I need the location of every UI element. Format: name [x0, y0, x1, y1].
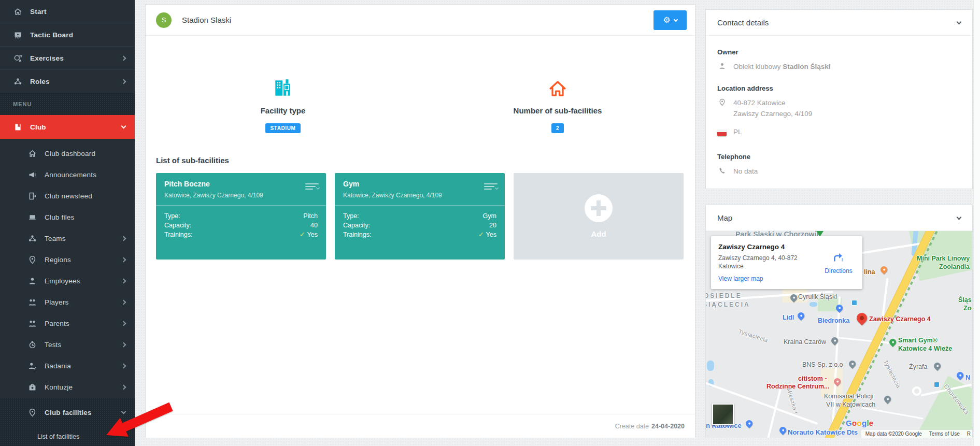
- sidebar-item-players[interactable]: Players: [0, 292, 135, 313]
- sidebar-item-badania[interactable]: Badania: [0, 355, 135, 377]
- trainings-label: Trainings:: [343, 231, 371, 239]
- report-link-partial[interactable]: R: [967, 431, 971, 437]
- person-icon: [27, 276, 37, 286]
- telephone-row: No data: [717, 166, 961, 177]
- sidebar-item-tactic-board[interactable]: Tactic Board: [0, 23, 135, 47]
- contact-details-header[interactable]: Contact details: [706, 10, 972, 36]
- chevron-down-icon: [121, 123, 126, 128]
- plus-icon: [585, 194, 613, 222]
- chevron-right-icon: [121, 79, 126, 84]
- facility-type-badge: STADIUM: [265, 123, 300, 133]
- info-window-address: Zawiszy Czarnego 4, 40-872: [718, 254, 798, 262]
- create-date-label: Create date: [615, 423, 649, 430]
- sidebar-item-label: Parents: [45, 320, 69, 327]
- directions-button[interactable]: Directions: [815, 236, 862, 289]
- sidebar-section-menu: MENU: [0, 93, 135, 115]
- sidebar-item-label: Start: [30, 8, 47, 16]
- sidebar-item-roles[interactable]: Roles: [0, 70, 135, 93]
- chevron-down-icon: [957, 214, 962, 220]
- chevron-right-icon: [121, 364, 126, 369]
- poi-pin-icon: [932, 361, 942, 370]
- subfacility-address: Katowice, Zawiszy Czarnego, 4/109: [164, 192, 318, 199]
- gear-icon: ⚙: [663, 16, 670, 24]
- norauto-pin-icon: [778, 425, 787, 435]
- road: [838, 337, 895, 344]
- view-larger-map-link[interactable]: View larger map: [718, 275, 763, 282]
- facility-panel: S Stadion Slaski ⚙ Facility type STADIUM…: [145, 4, 695, 438]
- sidebar-item-label: Club facilities: [45, 409, 92, 416]
- directions-icon: [832, 251, 845, 264]
- card-menu-button[interactable]: [305, 183, 319, 193]
- terms-of-use-link[interactable]: Terms of Use: [929, 431, 960, 437]
- sidebar-item-announcements[interactable]: Announcements: [0, 164, 135, 185]
- annotation-arrow: [98, 396, 181, 446]
- create-date-value: 24-04-2020: [651, 423, 685, 430]
- sidebar-item-label: List of facilities: [37, 433, 79, 440]
- owner-row: Obiekt klubowy Stadion Śląski: [717, 61, 961, 72]
- satellite-view-toggle[interactable]: [712, 404, 734, 425]
- scrollbar[interactable]: [973, 0, 980, 446]
- players-icon: [27, 297, 37, 308]
- sidebar-item-start[interactable]: Start: [0, 0, 135, 23]
- sidebar-item-label: Badania: [45, 362, 71, 370]
- add-label: Add: [591, 229, 606, 238]
- lake: [707, 361, 714, 371]
- home-icon: [12, 6, 23, 17]
- panel-title: Map: [717, 213, 732, 222]
- subfacility-name: Gym: [343, 180, 496, 188]
- sidebar-item-label: Announcements: [45, 171, 96, 179]
- book-icon: [12, 122, 23, 132]
- first-aid-icon: [27, 382, 37, 393]
- trainings-value: ✓Yes: [478, 231, 496, 239]
- roundabout: [912, 386, 921, 396]
- sidebar-item-club-newsfeed[interactable]: Club newsfeed: [0, 185, 135, 207]
- map-label-zoolandia: Zoolandia: [939, 263, 970, 270]
- caret-down-icon: [316, 186, 320, 190]
- map-label-smart-gym: Smart Gym®: [898, 337, 938, 344]
- sidebar-item-label: Club dashboard: [45, 150, 95, 157]
- sidebar-item-parents[interactable]: Parents: [0, 313, 135, 334]
- sidebar-item-employees[interactable]: Employees: [0, 270, 135, 292]
- home-outline-icon: [547, 73, 568, 99]
- telephone-heading: Telephone: [717, 153, 961, 161]
- capacity-value: 20: [489, 221, 496, 230]
- subfacility-card-gym[interactable]: Gym Katowice, Zawiszy Czarnego, 4/109 Ty…: [335, 173, 505, 260]
- map-label-komisariat: VII w Katowicach: [826, 401, 875, 408]
- phone-icon: [717, 166, 727, 175]
- chevron-right-icon: [121, 55, 126, 61]
- stopwatch-icon: [27, 340, 37, 350]
- sidebar-item-label: Club: [30, 123, 46, 131]
- location-heading: Location address: [717, 84, 961, 92]
- chevron-down-icon: [957, 19, 962, 24]
- map-label-komisariat: Komisariat Policji: [824, 393, 873, 400]
- subfacility-card-pitch-boczne[interactable]: Pitch Boczne Katowice, Zawiszy Czarnego,…: [156, 173, 326, 260]
- sidebar-item-club-dashboard[interactable]: Club dashboard: [0, 143, 135, 164]
- address-line1: 40-872 Katowice: [733, 99, 786, 107]
- sidebar-item-regions[interactable]: Regions: [0, 249, 135, 270]
- add-subfacility-card[interactable]: Add: [514, 173, 684, 260]
- card-body: Type:Pitch Capacity:40 Trainings:✓Yes: [156, 206, 326, 246]
- google-map[interactable]: Park Śląski w Chorzowie lina Mini Park L…: [706, 231, 972, 438]
- sidebar-item-exercises[interactable]: Exercises: [0, 47, 135, 70]
- sidebar-item-kontuzje[interactable]: Kontuzje: [0, 377, 135, 398]
- trainings-value: ✓Yes: [300, 231, 318, 239]
- stat-subfacilities-count: Number of sub-facilities 2: [420, 73, 695, 133]
- settings-button[interactable]: ⚙: [654, 10, 687, 30]
- map-label-slask-zoo: Zoo: [963, 305, 972, 312]
- map-label-biedronka: Biedronka: [818, 317, 849, 324]
- map-panel: Map Park Śląski w Chorzowie lina Mini: [705, 205, 973, 438]
- info-window-address: Katowice: [718, 263, 744, 270]
- sidebar: Start Tactic Board Exercises Roles MENU …: [0, 0, 135, 446]
- sidebar-item-teams[interactable]: Teams: [0, 228, 135, 249]
- lidl-pin-icon: [796, 311, 805, 320]
- card-menu-button[interactable]: [484, 183, 498, 193]
- club-submenu: Club dashboard Announcements Club newsfe…: [0, 139, 135, 398]
- sidebar-item-club[interactable]: Club: [0, 115, 135, 139]
- parents-icon: [27, 319, 37, 329]
- sidebar-item-tests[interactable]: Tests: [0, 334, 135, 355]
- chevron-right-icon: [121, 300, 126, 305]
- map-header[interactable]: Map: [706, 205, 972, 231]
- sidebar-item-club-files[interactable]: Club files: [0, 207, 135, 228]
- panel-footer: Create date 24-04-2020: [146, 414, 695, 438]
- subfacilities-count-badge: 2: [551, 123, 564, 133]
